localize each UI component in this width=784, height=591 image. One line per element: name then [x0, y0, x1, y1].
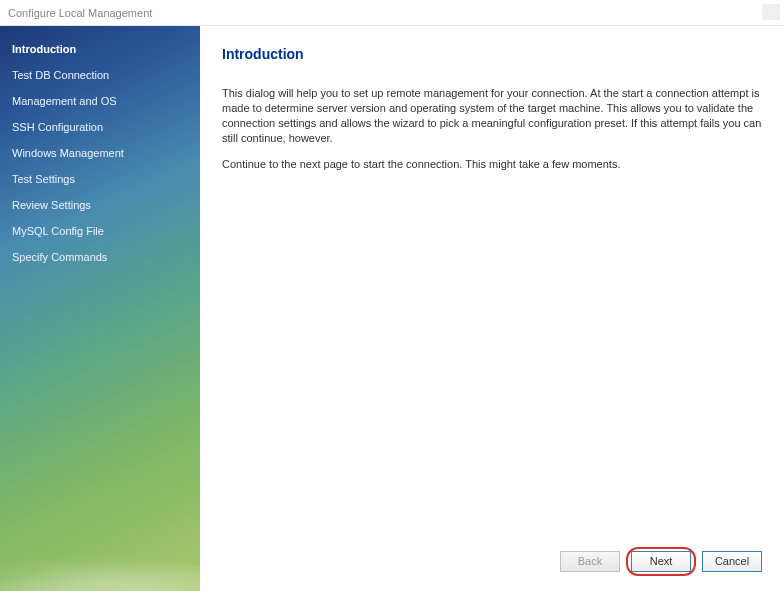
close-icon[interactable]	[762, 4, 780, 20]
window-title: Configure Local Management	[8, 7, 152, 19]
page-title: Introduction	[222, 46, 762, 62]
sidebar-item-test-settings[interactable]: Test Settings	[0, 166, 200, 192]
sidebar-item-label: Windows Management	[12, 147, 124, 159]
wizard-main: Introduction This dialog will help you t…	[200, 26, 784, 591]
sidebar-item-ssh-configuration[interactable]: SSH Configuration	[0, 114, 200, 140]
dialog-body: Introduction Test DB Connection Manageme…	[0, 26, 784, 591]
sidebar-item-label: Test Settings	[12, 173, 75, 185]
sidebar-item-label: Introduction	[12, 43, 76, 55]
sidebar-item-review-settings[interactable]: Review Settings	[0, 192, 200, 218]
sidebar-item-label: Management and OS	[12, 95, 117, 107]
wizard-window: Configure Local Management Introduction …	[0, 0, 784, 591]
next-highlight: Next	[626, 547, 696, 576]
sidebar-item-windows-management[interactable]: Windows Management	[0, 140, 200, 166]
wizard-sidebar: Introduction Test DB Connection Manageme…	[0, 26, 200, 591]
wizard-footer: Back Next Cancel	[222, 543, 762, 579]
cancel-button[interactable]: Cancel	[702, 551, 762, 572]
sidebar-item-label: Specify Commands	[12, 251, 107, 263]
sidebar-item-label: Test DB Connection	[12, 69, 109, 81]
next-button[interactable]: Next	[631, 551, 691, 572]
sidebar-item-test-db-connection[interactable]: Test DB Connection	[0, 62, 200, 88]
intro-paragraph-2: Continue to the next page to start the c…	[222, 157, 762, 172]
sidebar-item-specify-commands[interactable]: Specify Commands	[0, 244, 200, 270]
sidebar-item-label: MySQL Config File	[12, 225, 104, 237]
back-button: Back	[560, 551, 620, 572]
sidebar-item-label: Review Settings	[12, 199, 91, 211]
sidebar-item-label: SSH Configuration	[12, 121, 103, 133]
titlebar: Configure Local Management	[0, 0, 784, 26]
sidebar-item-management-and-os[interactable]: Management and OS	[0, 88, 200, 114]
intro-paragraph-1: This dialog will help you to set up remo…	[222, 86, 762, 145]
sidebar-item-introduction[interactable]: Introduction	[0, 36, 200, 62]
sidebar-item-mysql-config-file[interactable]: MySQL Config File	[0, 218, 200, 244]
wizard-content: Introduction This dialog will help you t…	[222, 46, 762, 543]
